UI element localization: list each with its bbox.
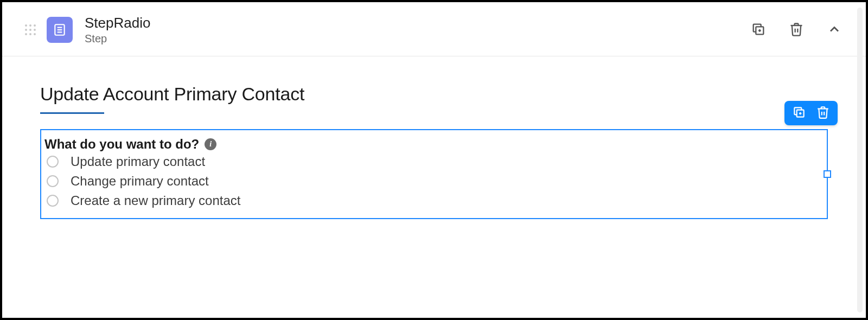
radio-option-label: Change primary contact [71,174,209,189]
step-header: StepRadio Step [2,2,866,56]
collapse-button[interactable] [825,20,844,41]
duplicate-element-button[interactable] [792,105,806,121]
radio-option[interactable]: Change primary contact [43,171,819,191]
scrollbar[interactable] [857,8,863,312]
copy-icon [751,22,766,39]
drag-handle-icon[interactable] [24,23,37,36]
radio-option-label: Create a new primary contact [71,193,240,208]
chevron-up-icon [827,22,842,39]
step-title: StepRadio [85,15,749,31]
radio-icon[interactable] [47,175,59,187]
trash-icon [816,105,830,121]
delete-element-button[interactable] [816,105,830,121]
copy-icon [792,105,806,121]
delete-button[interactable] [787,20,806,41]
heading-underline [40,112,104,114]
element-toolbar [784,101,838,125]
trash-icon [789,22,804,39]
radio-question-box[interactable]: What do you want to do? i Update primary… [40,129,828,219]
radio-icon[interactable] [47,156,59,168]
step-subtitle: Step [85,33,749,45]
radio-option[interactable]: Create a new primary contact [43,191,819,210]
step-type-icon [47,17,73,43]
header-actions [749,20,844,41]
step-titles: StepRadio Step [85,15,749,45]
section-heading: Update Account Primary Contact [40,84,828,105]
resize-handle[interactable] [824,170,831,178]
step-body: Update Account Primary Contact [2,56,866,219]
radio-option[interactable]: Update primary contact [43,152,819,171]
radio-option-label: Update primary contact [71,154,205,169]
info-icon[interactable]: i [205,138,216,150]
copy-button[interactable] [749,20,768,41]
radio-icon[interactable] [47,195,59,207]
question-label: What do you want to do? [44,137,199,152]
